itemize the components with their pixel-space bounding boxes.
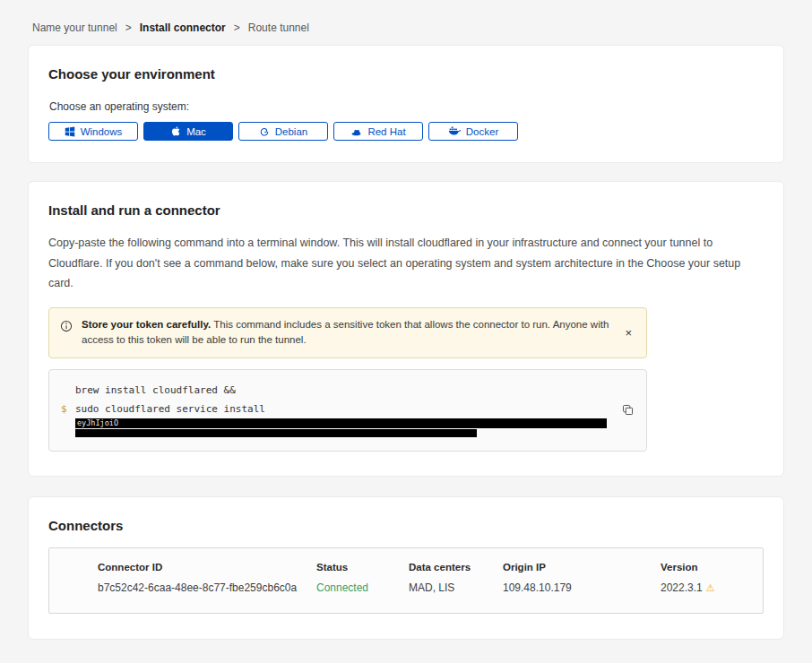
code-prompt-spacer: [61, 381, 75, 400]
code-line-1: brew install cloudflared &&: [61, 381, 610, 400]
breadcrumb-separator: >: [234, 22, 240, 34]
connectors-table: Connector ID Status Data centers Origin …: [48, 547, 764, 614]
redacted-token-bar: [75, 429, 477, 437]
os-button-debian[interactable]: Debian: [238, 122, 328, 141]
code-line-2-text: sudo cloudflared service install: [75, 400, 265, 418]
os-button-label: Docker: [466, 126, 498, 137]
connectors-card: Connectors Connector ID Status Data cent…: [28, 496, 784, 640]
os-button-windows[interactable]: Windows: [48, 122, 138, 141]
os-button-label: Red Hat: [367, 126, 405, 137]
table-row: b7c52c42-6caa-48ee-8c77-fbe259cb6c0a Con…: [49, 581, 763, 594]
os-button-label: Debian: [275, 126, 307, 137]
cell-origin-ip: 109.48.10.179: [503, 581, 661, 594]
breadcrumb: Name your tunnel > Install connector > R…: [0, 0, 812, 34]
install-card-title: Install and run a connector: [48, 202, 764, 218]
col-header-version: Version: [661, 562, 763, 573]
token-line: eyJhIjoiO: [61, 418, 610, 437]
code-line-1-text: brew install cloudflared &&: [75, 381, 236, 400]
os-select-label: Choose an operating system:: [49, 100, 764, 113]
environment-card: Choose your environment Choose an operat…: [28, 45, 784, 163]
code-line-2: $ sudo cloudflared service install: [61, 400, 610, 418]
docker-icon: [448, 126, 461, 136]
col-header-connector-id: Connector ID: [98, 562, 316, 573]
environment-card-title: Choose your environment: [48, 66, 764, 82]
info-icon: [60, 317, 73, 336]
token-warning-bold: Store your token carefully.: [82, 319, 211, 330]
connectors-table-header: Connector ID Status Data centers Origin …: [49, 562, 763, 573]
col-header-origin-ip: Origin IP: [503, 562, 661, 573]
os-button-docker[interactable]: Docker: [428, 122, 518, 141]
cell-connector-id: b7c52c42-6caa-48ee-8c77-fbe259cb6c0a: [98, 581, 316, 594]
os-button-label: Mac: [186, 126, 206, 137]
cell-data-centers: MAD, LIS: [409, 581, 503, 594]
close-icon[interactable]: ×: [621, 325, 635, 340]
breadcrumb-step-route-tunnel[interactable]: Route tunnel: [248, 22, 309, 34]
token-warning-text: Store your token carefully. This command…: [82, 317, 612, 349]
token-warning-banner: Store your token carefully. This command…: [48, 307, 647, 359]
breadcrumb-step-install-connector[interactable]: Install connector: [140, 22, 226, 34]
version-warning-icon: ⚠: [706, 582, 715, 593]
install-connector-card: Install and run a connector Copy-paste t…: [28, 181, 784, 477]
shell-prompt: $: [61, 400, 75, 418]
install-command-block: brew install cloudflared && $ sudo cloud…: [48, 369, 647, 452]
connectors-card-title: Connectors: [48, 518, 764, 533]
apple-icon: [170, 125, 181, 137]
windows-icon: [65, 126, 75, 137]
cell-version: 2022.3.1⚠: [661, 581, 763, 594]
col-header-data-centers: Data centers: [409, 562, 503, 573]
os-button-row: Windows Mac Debian Red Hat Docker: [48, 122, 764, 141]
status-badge: Connected: [316, 581, 409, 594]
os-button-redhat[interactable]: Red Hat: [333, 122, 423, 141]
breadcrumb-step-name-your-tunnel[interactable]: Name your tunnel: [32, 22, 117, 34]
redacted-token: eyJhIjoiO: [75, 418, 607, 428]
copy-icon[interactable]: [620, 402, 635, 420]
os-button-label: Windows: [81, 126, 123, 137]
redhat-icon: [350, 126, 362, 137]
col-header-status: Status: [316, 562, 409, 573]
os-button-mac[interactable]: Mac: [143, 122, 233, 141]
install-description: Copy-paste the following command into a …: [48, 233, 764, 294]
version-value: 2022.3.1: [661, 581, 703, 594]
debian-icon: [259, 126, 270, 137]
breadcrumb-separator: >: [125, 22, 132, 34]
